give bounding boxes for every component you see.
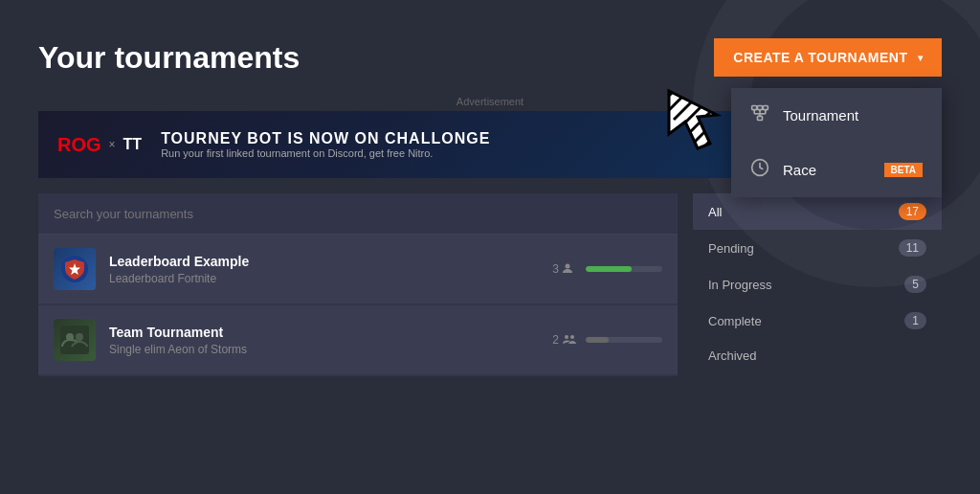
avatar: [54, 319, 96, 361]
tournament-icon: [750, 103, 769, 127]
svg-rect-2: [763, 106, 768, 110]
beta-badge: BETA: [884, 163, 923, 177]
rog-logo: ROG: [57, 134, 101, 156]
svg-point-27: [570, 335, 574, 339]
dropdown-race-label: Race: [783, 162, 816, 178]
ad-subtext: Run your first linked tournament on Disc…: [161, 147, 795, 159]
ad-text: TOURNEY BOT IS NOW ON CHALLONGE Run your…: [161, 130, 795, 159]
tournament-info: Team Tournament Single elim Aeon of Stor…: [109, 325, 539, 356]
svg-point-22: [566, 264, 570, 269]
filter-label: Pending: [708, 241, 754, 256]
header: Your tournaments CREATE A TOURNAMENT ▾: [0, 0, 980, 96]
svg-rect-8: [758, 116, 763, 120]
tournament-item[interactable]: Team Tournament Single elim Aeon of Stor…: [38, 305, 678, 374]
filter-in-progress[interactable]: In Progress 5: [693, 266, 942, 303]
race-icon: [750, 158, 769, 182]
main-content: Leaderboard Example Leaderboard Fortnite…: [38, 193, 942, 376]
progress-bar: [586, 337, 662, 343]
tournament-game: Single elim Aeon of Storms: [109, 343, 539, 356]
filter-label: All: [708, 205, 722, 219]
sidebar-filters: All 17 Pending 11 In Progress 5 Complete…: [693, 193, 942, 376]
filter-count: 17: [899, 203, 926, 220]
tournament-name: Leaderboard Example: [109, 254, 539, 269]
tournament-game: Leaderboard Fortnite: [109, 272, 539, 285]
svg-point-25: [76, 333, 83, 341]
ad-separator: ×: [109, 138, 116, 151]
tournament-meta: 2: [552, 333, 662, 347]
ad-logos: ROG × TT: [57, 134, 142, 156]
filter-count: 1: [904, 312, 926, 329]
search-input[interactable]: [54, 207, 662, 221]
tournament-name: Team Tournament: [109, 325, 539, 340]
dropdown-tournament-label: Tournament: [783, 107, 858, 124]
participant-count: 3: [552, 262, 576, 276]
create-tournament-dropdown: Tournament Race BETA: [731, 88, 942, 197]
tournament-item[interactable]: Leaderboard Example Leaderboard Fortnite…: [38, 235, 678, 303]
filter-all[interactable]: All 17: [693, 193, 942, 230]
dropdown-item-race[interactable]: Race BETA: [731, 143, 942, 197]
dropdown-item-tournament[interactable]: Tournament: [731, 88, 942, 143]
participant-count: 2: [552, 333, 576, 347]
chevron-down-icon: ▾: [918, 53, 924, 63]
filter-label: Archived: [708, 348, 757, 363]
tournament-info: Leaderboard Example Leaderboard Fortnite: [109, 254, 539, 285]
tournament-list: Leaderboard Example Leaderboard Fortnite…: [38, 193, 678, 376]
progress-fill: [586, 266, 632, 272]
ad-headline: TOURNEY BOT IS NOW ON CHALLONGE: [161, 130, 795, 147]
progress-bar: [586, 266, 662, 272]
filter-count: 5: [904, 276, 926, 293]
tt-logo: TT: [123, 136, 143, 153]
filter-archived[interactable]: Archived: [693, 339, 942, 372]
svg-point-26: [565, 335, 568, 339]
create-tournament-label: CREATE A TOURNAMENT: [733, 50, 907, 65]
filter-count: 11: [899, 239, 926, 257]
tournament-meta: 3: [552, 262, 662, 276]
filter-pending[interactable]: Pending 11: [693, 230, 942, 266]
filter-label: Complete: [708, 314, 762, 328]
filter-label: In Progress: [708, 278, 771, 292]
search-bar: [38, 193, 678, 235]
filter-complete[interactable]: Complete 1: [693, 303, 942, 339]
participant-count-value: 3: [552, 262, 559, 276]
create-tournament-button[interactable]: CREATE A TOURNAMENT ▾: [714, 38, 942, 77]
svg-rect-1: [758, 106, 763, 110]
page-title: Your tournaments: [38, 40, 300, 76]
progress-fill: [586, 337, 609, 343]
participant-count-value: 2: [552, 333, 559, 347]
avatar: [54, 248, 96, 290]
svg-rect-0: [752, 106, 757, 110]
